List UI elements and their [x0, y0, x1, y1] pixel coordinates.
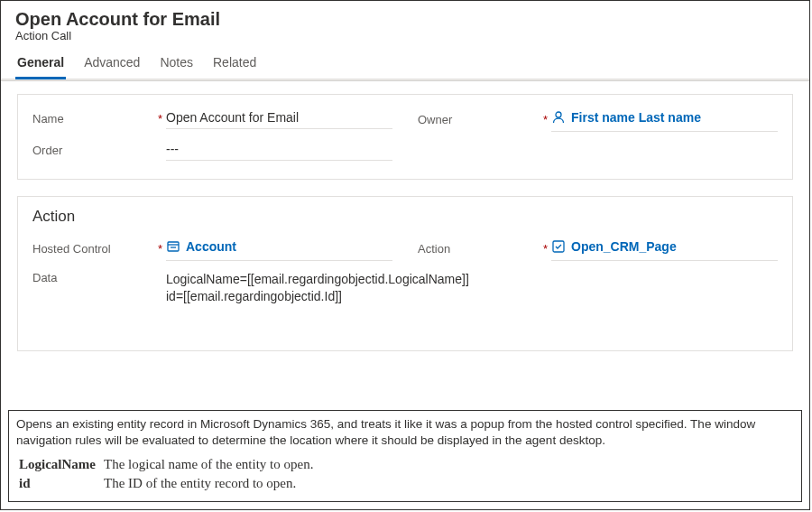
- param-name: LogicalName: [18, 456, 101, 473]
- hosted-control-text: Account: [186, 239, 236, 254]
- action-label: Action *: [418, 242, 551, 256]
- action-lookup[interactable]: Open_CRM_Page: [551, 237, 778, 261]
- required-mark: *: [543, 242, 548, 256]
- svg-rect-4: [553, 241, 564, 252]
- row-order: Order ---: [32, 132, 778, 161]
- param-desc: The ID of the entity record to open.: [103, 475, 314, 492]
- data-input[interactable]: LogicalName=[[email.regardingobjectid.Lo…: [166, 268, 778, 309]
- row-hosted-action: Hosted Control * Account: [32, 229, 778, 261]
- order-label: Order: [32, 144, 166, 157]
- param-row: id The ID of the entity record to open.: [18, 475, 314, 492]
- field-order: Order ---: [32, 139, 392, 161]
- general-section: Name * Open Account for Email Owner *: [17, 94, 793, 180]
- svg-point-0: [556, 112, 561, 117]
- field-data: Data LogicalName=[[email.regardingobject…: [32, 268, 778, 309]
- description-params: LogicalName The logical name of the enti…: [16, 454, 316, 494]
- description-body: Opens an existing entity record in Micro…: [16, 416, 794, 449]
- row-name-owner: Name * Open Account for Email Owner *: [32, 100, 778, 132]
- owner-label: Owner *: [418, 113, 551, 126]
- owner-lookup-value[interactable]: First name Last name: [551, 110, 701, 125]
- field-action: Action * Open_CRM_Page: [418, 237, 778, 261]
- field-hosted-control: Hosted Control * Account: [32, 237, 392, 261]
- svg-rect-1: [168, 242, 179, 251]
- tab-strip: General Advanced Notes Related: [1, 42, 809, 79]
- param-row: LogicalName The logical name of the enti…: [18, 456, 314, 473]
- name-label-text: Name: [32, 112, 64, 126]
- hosted-control-label: Hosted Control *: [32, 242, 166, 256]
- field-owner: Owner * First name Last name: [418, 107, 778, 132]
- required-mark: *: [158, 242, 162, 256]
- tab-related[interactable]: Related: [211, 51, 258, 79]
- description-panel: Opens an existing entity record in Micro…: [8, 410, 802, 502]
- order-input[interactable]: ---: [166, 139, 392, 161]
- data-label: Data: [32, 268, 166, 284]
- tab-general[interactable]: General: [15, 51, 66, 79]
- action-icon: [551, 239, 566, 254]
- action-text: Open_CRM_Page: [571, 239, 677, 254]
- page-title: Open Account for Email: [15, 8, 795, 31]
- entity-type-label: Action Call: [15, 29, 795, 42]
- name-label: Name *: [32, 112, 166, 126]
- required-mark: *: [158, 112, 162, 126]
- required-mark: *: [543, 113, 548, 126]
- action-section-title: Action: [32, 202, 778, 229]
- hosted-control-label-text: Hosted Control: [32, 242, 111, 256]
- person-icon: [551, 110, 566, 125]
- action-lookup-value[interactable]: Open_CRM_Page: [551, 239, 677, 254]
- record-icon: [166, 239, 180, 254]
- owner-lookup[interactable]: First name Last name: [551, 107, 778, 132]
- action-section: Action Hosted Control *: [17, 196, 793, 351]
- param-desc: The logical name of the entity to open.: [103, 456, 314, 473]
- header: Open Account for Email Action Call: [1, 1, 809, 42]
- row-data: Data LogicalName=[[email.regardingobject…: [32, 261, 778, 309]
- tab-notes[interactable]: Notes: [158, 51, 195, 79]
- action-label-text: Action: [418, 242, 450, 256]
- page-root: Open Account for Email Action Call Gener…: [0, 0, 810, 510]
- tab-advanced[interactable]: Advanced: [82, 51, 142, 79]
- owner-name-text: First name Last name: [571, 110, 701, 125]
- form-area: Name * Open Account for Email Owner *: [1, 81, 809, 351]
- param-name: id: [18, 475, 101, 492]
- hosted-control-lookup[interactable]: Account: [166, 237, 392, 261]
- hosted-control-lookup-value[interactable]: Account: [166, 239, 236, 254]
- owner-label-text: Owner: [418, 113, 452, 126]
- name-input[interactable]: Open Account for Email: [166, 107, 392, 129]
- field-name: Name * Open Account for Email: [32, 107, 392, 129]
